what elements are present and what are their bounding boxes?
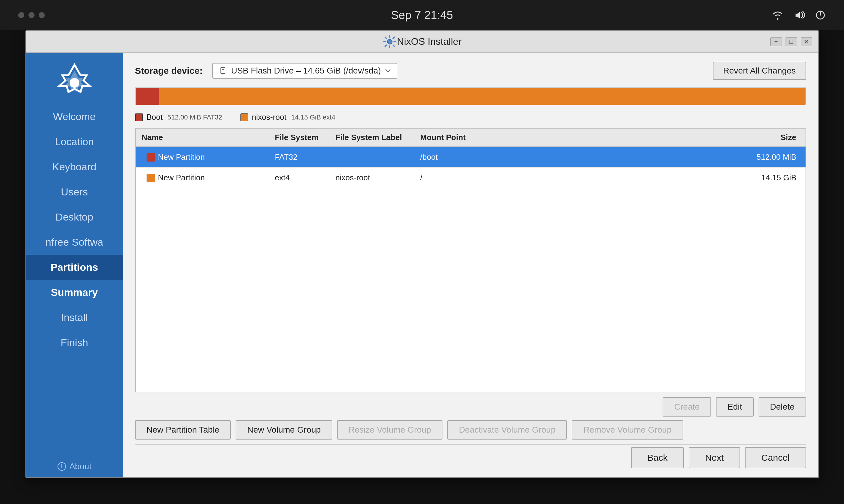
dot1 <box>18 12 24 18</box>
new-volume-group-button[interactable]: New Volume Group <box>236 420 332 439</box>
root-legend-detail: 14.15 GiB ext4 <box>291 113 335 121</box>
root-color-swatch <box>240 113 248 121</box>
boot-legend-detail: 512.00 MiB FAT32 <box>168 113 222 121</box>
disk-bar-root-segment <box>159 88 806 105</box>
svg-rect-8 <box>221 68 225 73</box>
sidebar-item-install[interactable]: Install <box>26 305 123 330</box>
row2-color-indicator <box>147 174 155 182</box>
boot-legend-label: Boot <box>147 112 163 122</box>
disk-bar-boot-segment <box>136 88 159 105</box>
window-body: Welcome Location Keyboard Users Desktop … <box>26 53 818 478</box>
status-icons <box>771 10 826 21</box>
partition-table: Name File System File System Label Mount… <box>135 128 806 392</box>
edit-button[interactable]: Edit <box>716 397 754 417</box>
svg-rect-9 <box>222 69 224 70</box>
table-header: Name File System File System Label Mount… <box>136 129 806 147</box>
row2-size: 14.15 GiB <box>481 173 806 182</box>
window-controls <box>18 12 45 18</box>
about-item[interactable]: i About <box>26 455 123 478</box>
power-icon <box>815 10 826 21</box>
sidebar-item-welcome[interactable]: Welcome <box>26 104 123 129</box>
legend-item-boot: Boot 512.00 MiB FAT32 <box>135 112 222 122</box>
root-legend-label: nixos-root <box>252 112 287 122</box>
revert-all-changes-button[interactable]: Revert All Changes <box>713 62 806 80</box>
partition-legend: Boot 512.00 MiB FAT32 nixos-root 14.15 G… <box>135 112 806 122</box>
wifi-icon <box>771 10 784 21</box>
title-bar: NixOS Installer − □ ✕ <box>26 31 818 53</box>
row2-mount: / <box>414 173 481 182</box>
datetime: Sep 7 21:45 <box>391 9 453 22</box>
row1-name-cell: New Partition <box>136 152 269 162</box>
storage-label: Storage device: <box>135 66 203 76</box>
dot2 <box>29 12 35 18</box>
next-button[interactable]: Next <box>689 447 740 468</box>
screen: Sep 7 21:45 <box>0 0 844 504</box>
row2-fslabel: nixos-root <box>329 173 414 182</box>
sidebar-item-keyboard[interactable]: Keyboard <box>26 154 123 179</box>
minimize-button[interactable]: − <box>771 37 782 46</box>
row1-size: 512.00 MiB <box>481 152 806 162</box>
row2-fs: ext4 <box>269 173 329 182</box>
row2-name: New Partition <box>158 173 205 182</box>
navigation-row: Back Next Cancel <box>135 445 806 468</box>
table-row[interactable]: New Partition ext4 nixos-root / 14.15 Gi… <box>136 167 806 188</box>
window-control-buttons[interactable]: − □ ✕ <box>771 37 812 46</box>
create-button[interactable]: Create <box>662 397 711 417</box>
resize-volume-group-button[interactable]: Resize Volume Group <box>337 420 443 439</box>
info-icon: i <box>57 462 66 471</box>
storage-device-value: USB Flash Drive – 14.65 GiB (/dev/sda) <box>231 66 381 76</box>
cancel-button[interactable]: Cancel <box>745 447 806 468</box>
usb-icon <box>218 66 227 75</box>
header-mount: Mount Point <box>414 133 481 142</box>
nixos-logo <box>53 62 96 104</box>
row2-name-cell: New Partition <box>136 173 269 182</box>
main-content: Storage device: USB Flash Drive – 14.65 … <box>123 53 818 478</box>
back-button[interactable]: Back <box>631 447 684 468</box>
sidebar-item-location[interactable]: Location <box>26 129 123 154</box>
sidebar-item-nonfree[interactable]: nfree Softwa <box>26 230 123 255</box>
status-bar: Sep 7 21:45 <box>0 0 844 30</box>
header-fslabel: File System Label <box>329 133 414 142</box>
restore-button[interactable]: □ <box>786 37 797 46</box>
chevron-down-icon <box>384 68 391 74</box>
sidebar-item-partitions[interactable]: Partitions <box>26 255 123 280</box>
sidebar-item-users[interactable]: Users <box>26 179 123 204</box>
remove-volume-group-button[interactable]: Remove Volume Group <box>572 420 683 439</box>
header-name: Name <box>136 133 269 142</box>
row1-mount: /boot <box>414 152 481 162</box>
row1-name: New Partition <box>158 152 205 162</box>
table-row[interactable]: New Partition FAT32 /boot 512.00 MiB <box>136 147 806 167</box>
window-title: NixOS Installer <box>397 36 462 47</box>
close-button[interactable]: ✕ <box>801 37 812 46</box>
header-fs: File System <box>269 133 329 142</box>
dot3 <box>39 12 45 18</box>
sidebar-item-summary[interactable]: Summary <box>26 280 123 305</box>
app-icon <box>382 35 397 49</box>
top-row: Storage device: USB Flash Drive – 14.65 … <box>135 62 806 80</box>
svg-point-5 <box>70 78 79 88</box>
svg-text:i: i <box>61 464 63 469</box>
deactivate-volume-group-button[interactable]: Deactivate Volume Group <box>447 420 567 439</box>
disk-bar <box>135 87 806 105</box>
row1-color-indicator <box>147 153 155 162</box>
about-label: About <box>69 462 91 471</box>
legend-item-root: nixos-root 14.15 GiB ext4 <box>240 112 335 122</box>
delete-button[interactable]: Delete <box>759 397 806 417</box>
new-partition-table-button[interactable]: New Partition Table <box>135 420 231 439</box>
svg-point-2 <box>387 39 392 44</box>
sidebar-item-desktop[interactable]: Desktop <box>26 204 123 230</box>
app-window: NixOS Installer − □ ✕ Welcome Location K… <box>25 30 819 478</box>
sidebar-item-finish[interactable]: Finish <box>26 330 123 355</box>
volume-icon <box>793 10 806 21</box>
header-size: Size <box>481 133 806 142</box>
storage-device-select[interactable]: USB Flash Drive – 14.65 GiB (/dev/sda) <box>212 63 397 79</box>
row1-fs: FAT32 <box>269 152 329 162</box>
boot-color-swatch <box>135 113 143 121</box>
partition-action-buttons: Create Edit Delete <box>135 397 806 417</box>
sidebar: Welcome Location Keyboard Users Desktop … <box>26 53 123 478</box>
volume-group-buttons: New Partition Table New Volume Group Res… <box>135 420 806 439</box>
